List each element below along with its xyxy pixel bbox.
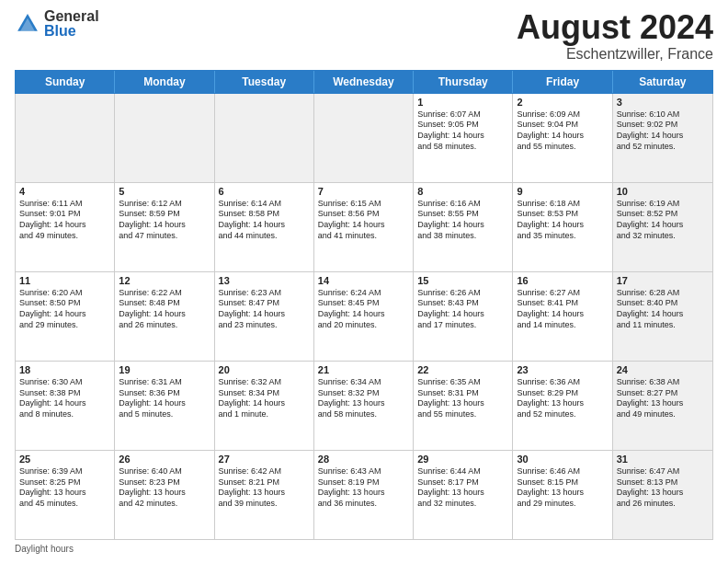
weekday-header: Sunday <box>16 71 115 93</box>
day-number: 10 <box>617 186 709 197</box>
calendar-week-row: 25Sunrise: 6:39 AM Sunset: 8:25 PM Dayli… <box>16 451 712 539</box>
calendar-cell: 11Sunrise: 6:20 AM Sunset: 8:50 PM Dayli… <box>16 272 115 361</box>
day-number: 25 <box>19 454 110 465</box>
weekday-header: Tuesday <box>215 71 314 93</box>
day-number: 3 <box>617 97 709 108</box>
calendar-cell <box>314 94 414 182</box>
logo: General Blue <box>15 9 99 39</box>
day-number: 24 <box>617 364 709 375</box>
day-number: 11 <box>19 275 110 286</box>
day-number: 21 <box>318 364 409 375</box>
day-info: Sunrise: 6:35 AM Sunset: 8:31 PM Dayligh… <box>417 377 508 420</box>
day-info: Sunrise: 6:27 AM Sunset: 8:41 PM Dayligh… <box>517 288 608 331</box>
calendar-cell: 24Sunrise: 6:38 AM Sunset: 8:27 PM Dayli… <box>613 362 712 450</box>
day-info: Sunrise: 6:28 AM Sunset: 8:40 PM Dayligh… <box>617 288 709 331</box>
day-number: 19 <box>119 364 210 375</box>
day-number: 28 <box>318 454 409 465</box>
day-number: 4 <box>19 186 110 197</box>
calendar-cell: 21Sunrise: 6:34 AM Sunset: 8:32 PM Dayli… <box>314 362 414 450</box>
calendar-cell: 14Sunrise: 6:24 AM Sunset: 8:45 PM Dayli… <box>314 272 414 361</box>
weekday-header: Thursday <box>414 71 513 93</box>
calendar-cell: 19Sunrise: 6:31 AM Sunset: 8:36 PM Dayli… <box>115 362 214 450</box>
day-info: Sunrise: 6:31 AM Sunset: 8:36 PM Dayligh… <box>119 377 210 420</box>
day-number: 14 <box>318 275 409 286</box>
day-info: Sunrise: 6:07 AM Sunset: 9:05 PM Dayligh… <box>417 109 508 153</box>
day-number: 23 <box>517 364 608 375</box>
calendar-week-row: 18Sunrise: 6:30 AM Sunset: 8:38 PM Dayli… <box>16 362 712 451</box>
day-number: 6 <box>219 186 310 197</box>
day-info: Sunrise: 6:38 AM Sunset: 8:27 PM Dayligh… <box>617 377 709 420</box>
day-number: 30 <box>517 454 608 465</box>
day-info: Sunrise: 6:42 AM Sunset: 8:21 PM Dayligh… <box>219 466 310 510</box>
calendar-cell: 2Sunrise: 6:09 AM Sunset: 9:04 PM Daylig… <box>513 94 612 182</box>
calendar-cell: 27Sunrise: 6:42 AM Sunset: 8:21 PM Dayli… <box>215 451 314 539</box>
day-number: 27 <box>219 454 310 465</box>
day-number: 1 <box>417 97 508 108</box>
day-info: Sunrise: 6:11 AM Sunset: 9:01 PM Dayligh… <box>19 199 110 242</box>
calendar-cell: 18Sunrise: 6:30 AM Sunset: 8:38 PM Dayli… <box>16 362 115 450</box>
calendar-cell: 20Sunrise: 6:32 AM Sunset: 8:34 PM Dayli… <box>215 362 314 450</box>
location-subtitle: Eschentzwiller, France <box>517 46 713 63</box>
day-number: 7 <box>318 186 409 197</box>
calendar-cell: 5Sunrise: 6:12 AM Sunset: 8:59 PM Daylig… <box>115 183 214 271</box>
day-info: Sunrise: 6:09 AM Sunset: 9:04 PM Dayligh… <box>517 109 608 153</box>
day-number: 31 <box>617 454 709 465</box>
calendar-cell: 1Sunrise: 6:07 AM Sunset: 9:05 PM Daylig… <box>414 94 513 182</box>
day-info: Sunrise: 6:39 AM Sunset: 8:25 PM Dayligh… <box>19 466 110 510</box>
day-number: 15 <box>417 275 508 286</box>
day-number: 16 <box>517 275 608 286</box>
calendar-cell: 8Sunrise: 6:16 AM Sunset: 8:55 PM Daylig… <box>414 183 513 271</box>
day-info: Sunrise: 6:12 AM Sunset: 8:59 PM Dayligh… <box>119 199 210 242</box>
weekday-header: Saturday <box>613 71 712 93</box>
day-number: 20 <box>219 364 310 375</box>
month-year-title: August 2024 <box>517 9 713 46</box>
calendar-cell: 16Sunrise: 6:27 AM Sunset: 8:41 PM Dayli… <box>513 272 612 361</box>
day-number: 18 <box>19 364 110 375</box>
calendar-cell: 7Sunrise: 6:15 AM Sunset: 8:56 PM Daylig… <box>314 183 414 271</box>
day-info: Sunrise: 6:24 AM Sunset: 8:45 PM Dayligh… <box>318 288 409 331</box>
calendar-cell <box>115 94 214 182</box>
calendar-week-row: 4Sunrise: 6:11 AM Sunset: 9:01 PM Daylig… <box>16 183 712 272</box>
footer-note: Daylight hours <box>15 544 713 554</box>
day-info: Sunrise: 6:18 AM Sunset: 8:53 PM Dayligh… <box>517 199 608 242</box>
calendar-cell: 9Sunrise: 6:18 AM Sunset: 8:53 PM Daylig… <box>513 183 612 271</box>
calendar-cell: 10Sunrise: 6:19 AM Sunset: 8:52 PM Dayli… <box>613 183 712 271</box>
logo-icon <box>15 11 40 37</box>
calendar-cell: 13Sunrise: 6:23 AM Sunset: 8:47 PM Dayli… <box>215 272 314 361</box>
day-info: Sunrise: 6:16 AM Sunset: 8:55 PM Dayligh… <box>417 199 508 242</box>
calendar-cell: 29Sunrise: 6:44 AM Sunset: 8:17 PM Dayli… <box>414 451 513 539</box>
day-number: 8 <box>417 186 508 197</box>
day-number: 2 <box>517 97 608 108</box>
day-info: Sunrise: 6:34 AM Sunset: 8:32 PM Dayligh… <box>318 377 409 420</box>
logo-general-text: General <box>44 9 99 24</box>
day-info: Sunrise: 6:32 AM Sunset: 8:34 PM Dayligh… <box>219 377 310 420</box>
day-info: Sunrise: 6:26 AM Sunset: 8:43 PM Dayligh… <box>417 288 508 331</box>
calendar-cell: 28Sunrise: 6:43 AM Sunset: 8:19 PM Dayli… <box>314 451 414 539</box>
day-info: Sunrise: 6:44 AM Sunset: 8:17 PM Dayligh… <box>417 466 508 510</box>
calendar-week-row: 11Sunrise: 6:20 AM Sunset: 8:50 PM Dayli… <box>16 272 712 362</box>
day-info: Sunrise: 6:36 AM Sunset: 8:29 PM Dayligh… <box>517 377 608 420</box>
day-info: Sunrise: 6:15 AM Sunset: 8:56 PM Dayligh… <box>318 199 409 242</box>
calendar-cell: 3Sunrise: 6:10 AM Sunset: 9:02 PM Daylig… <box>613 94 712 182</box>
calendar-cell: 15Sunrise: 6:26 AM Sunset: 8:43 PM Dayli… <box>414 272 513 361</box>
weekday-header: Friday <box>513 71 612 93</box>
day-number: 12 <box>119 275 210 286</box>
day-info: Sunrise: 6:22 AM Sunset: 8:48 PM Dayligh… <box>119 288 210 331</box>
calendar-cell <box>16 94 115 182</box>
day-number: 9 <box>517 186 608 197</box>
day-info: Sunrise: 6:30 AM Sunset: 8:38 PM Dayligh… <box>19 377 110 420</box>
day-number: 13 <box>219 275 310 286</box>
calendar-header: SundayMondayTuesdayWednesdayThursdayFrid… <box>15 70 713 94</box>
logo-blue-text: Blue <box>44 24 99 39</box>
weekday-header: Wednesday <box>314 71 414 93</box>
weekday-header: Monday <box>115 71 214 93</box>
day-number: 17 <box>617 275 709 286</box>
calendar-cell: 17Sunrise: 6:28 AM Sunset: 8:40 PM Dayli… <box>613 272 712 361</box>
calendar-body: 1Sunrise: 6:07 AM Sunset: 9:05 PM Daylig… <box>15 94 713 540</box>
calendar-cell: 6Sunrise: 6:14 AM Sunset: 8:58 PM Daylig… <box>215 183 314 271</box>
calendar-week-row: 1Sunrise: 6:07 AM Sunset: 9:05 PM Daylig… <box>16 94 712 183</box>
day-info: Sunrise: 6:47 AM Sunset: 8:13 PM Dayligh… <box>617 466 709 510</box>
day-number: 5 <box>119 186 210 197</box>
calendar-cell: 23Sunrise: 6:36 AM Sunset: 8:29 PM Dayli… <box>513 362 612 450</box>
calendar-cell <box>215 94 314 182</box>
